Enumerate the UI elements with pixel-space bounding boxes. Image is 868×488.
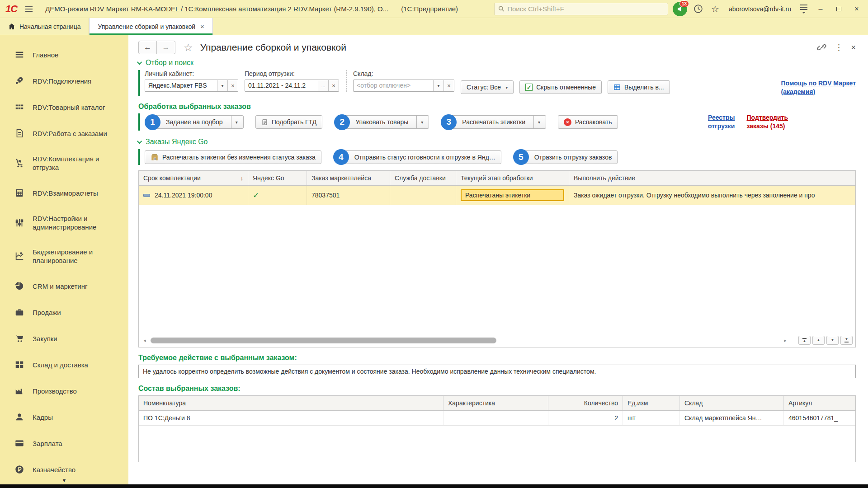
- sidebar-item-hr[interactable]: Кадры: [0, 404, 128, 430]
- tab-assembly-packing[interactable]: Управление сборкой и упаковкой ×: [89, 18, 212, 35]
- search-input[interactable]: [507, 5, 664, 13]
- scrollbar-track[interactable]: [151, 337, 779, 343]
- column-header-unit[interactable]: Ед.изм: [623, 396, 680, 410]
- tab-close-icon[interactable]: ×: [200, 23, 204, 30]
- shipping-period-field[interactable]: 01.11.2021 - 24.11.2 ... ×: [245, 80, 339, 92]
- column-header-deadline[interactable]: Срок комплектации ↓: [139, 171, 248, 185]
- reflect-shipment-button[interactable]: Отразить отгрузку заказов: [523, 150, 618, 164]
- column-header-nomenclature[interactable]: Номенклатура: [139, 396, 443, 410]
- column-header-yandex-go[interactable]: Яндекс Go: [248, 171, 307, 185]
- cabinet-dropdown-icon[interactable]: ▾: [217, 80, 227, 91]
- minimize-button[interactable]: –: [814, 3, 827, 15]
- sidebar-scroll-down-arrow[interactable]: ▼: [0, 478, 128, 483]
- tab-home-page[interactable]: Начальная страница: [0, 18, 89, 35]
- go-prev-row-button[interactable]: ▲: [812, 336, 825, 345]
- more-actions-button[interactable]: ⋮: [835, 42, 843, 52]
- status-filter-button[interactable]: Статус: Все ▾: [461, 80, 514, 94]
- sidebar-item-rdv-orders[interactable]: RDV:Работа с заказами: [0, 120, 128, 146]
- section-yandex-go[interactable]: Заказы Яндекс Go: [138, 138, 856, 146]
- global-search[interactable]: [494, 3, 668, 15]
- sidebar-item-rdv-picking-shipping[interactable]: RDV:Комплектация и отгрузка: [0, 146, 128, 180]
- sidebar-item-budgeting-planning[interactable]: Бюджетирование и планирование: [0, 239, 128, 273]
- section-filter-search[interactable]: Отбор и поиск: [138, 59, 856, 67]
- shipping-period-group: Период отгрузки: 01.11.2021 - 24.11.2 ..…: [245, 70, 339, 92]
- sidebar-item-warehouse-delivery[interactable]: Склад и доставка: [0, 352, 128, 378]
- service-menu-icon[interactable]: [798, 3, 809, 15]
- column-header-characteristic[interactable]: Характеристика: [443, 396, 548, 410]
- sidebar-item-crm-marketing[interactable]: CRM и маркетинг: [0, 273, 128, 299]
- favorite-star-icon[interactable]: ☆: [184, 42, 193, 54]
- sidebar-item-sales[interactable]: Продажи: [0, 299, 128, 325]
- picking-task-button[interactable]: Задание на подбор ▾: [155, 115, 244, 129]
- go-last-row-button[interactable]: ▼: [840, 336, 853, 345]
- get-link-button[interactable]: [817, 43, 826, 52]
- main-content: ← → ☆ Управление сборкой и упаковкой ⋮ ×…: [128, 35, 868, 488]
- column-header-action[interactable]: Выполнить действие: [569, 171, 855, 185]
- section-processing: Обработка выбранных заказов: [138, 103, 856, 111]
- scrollbar-thumb[interactable]: [151, 338, 496, 343]
- notifications-button[interactable]: 13: [673, 2, 687, 16]
- column-header-quantity[interactable]: Количество: [548, 396, 623, 410]
- pack-goods-button[interactable]: Упаковать товары ▾: [344, 115, 429, 129]
- personal-cabinet-field[interactable]: Яндекс.Маркет FBS ▾ ×: [145, 80, 238, 92]
- step-badge-3: 3: [441, 114, 457, 130]
- column-header-delivery-service[interactable]: Служба доставки: [390, 171, 456, 185]
- sidebar-item-rdv-settlements[interactable]: RDV:Взаиморасчеты: [0, 180, 128, 206]
- orders-table: Срок комплектации ↓ Яндекс Go Заказ марк…: [138, 170, 856, 347]
- favorites-button[interactable]: ☆: [709, 3, 722, 15]
- go-first-row-button[interactable]: ▲: [798, 336, 811, 345]
- unpack-button[interactable]: × Распаковать: [558, 115, 618, 129]
- search-icon: [498, 5, 505, 12]
- sidebar-item-rdv-settings-admin[interactable]: RDV:Настройки и администрирование: [0, 206, 128, 239]
- picking-task-dropdown-icon[interactable]: ▾: [231, 116, 238, 128]
- select-gtd-button[interactable]: Подобрать ГТД: [255, 115, 323, 129]
- select-in-button[interactable]: Выделить в...: [608, 80, 670, 94]
- close-window-button[interactable]: ×: [850, 3, 863, 15]
- sidebar-item-rdv-connections[interactable]: RDV:Подключения: [0, 68, 128, 94]
- tab-bar: Начальная страница Управление сборкой и …: [0, 18, 868, 35]
- step-badge-1: 1: [145, 114, 160, 130]
- column-header-article[interactable]: Артикул: [784, 396, 855, 410]
- scroll-right-icon[interactable]: ▸: [782, 338, 788, 343]
- confirm-orders-link[interactable]: Подтвердить заказы (145): [746, 113, 788, 131]
- close-form-button[interactable]: ×: [851, 43, 856, 52]
- period-picker-icon[interactable]: ...: [318, 80, 328, 91]
- warehouse-field[interactable]: <отбор отключен> ▾ ×: [353, 80, 454, 92]
- warehouse-dropdown-icon[interactable]: ▾: [433, 80, 443, 91]
- sliders-icon: [14, 218, 24, 228]
- column-header-warehouse[interactable]: Склад: [680, 396, 784, 410]
- print-labels-button[interactable]: Распечатать этикетки ▾: [451, 115, 546, 129]
- orders-table-header: Срок комплектации ↓ Яндекс Go Заказ марк…: [139, 171, 855, 186]
- print-labels-dropdown-icon[interactable]: ▾: [533, 116, 540, 128]
- cabinet-clear-icon[interactable]: ×: [227, 80, 238, 91]
- nav-forward-button[interactable]: →: [157, 41, 175, 54]
- sidebar-item-rdv-catalog[interactable]: RDV:Товарный каталог: [0, 94, 128, 120]
- person-icon: [14, 412, 24, 422]
- nav-back-button[interactable]: ←: [138, 41, 157, 54]
- period-clear-icon[interactable]: ×: [328, 80, 339, 91]
- send-ready-status-button[interactable]: Отправить статус готовности к отгрузке в…: [343, 150, 501, 164]
- warehouse-clear-icon[interactable]: ×: [443, 80, 454, 91]
- current-stage-cell[interactable]: Распечатаны этикетки: [461, 189, 564, 201]
- scroll-left-icon[interactable]: ◂: [142, 338, 148, 343]
- yandex-go-buttons-row: Распечатать этикетки без изменения стату…: [145, 149, 856, 165]
- main-menu-icon[interactable]: [24, 5, 34, 14]
- sidebar-item-main[interactable]: Главное: [0, 42, 128, 68]
- print-labels-no-status-button[interactable]: Распечатать этикетки без изменения стату…: [145, 150, 321, 164]
- pack-goods-dropdown-icon[interactable]: ▾: [416, 116, 423, 128]
- help-link[interactable]: Помощь по RDV Маркет (академия): [781, 70, 856, 96]
- shipping-registers-link[interactable]: Реестры отгрузки: [708, 113, 735, 131]
- maximize-button[interactable]: [832, 3, 845, 15]
- column-header-order-number[interactable]: Заказ маркетплейса: [307, 171, 390, 185]
- composition-row[interactable]: ПО 1С:Деньги 8 2 шт Склад маркетплейса Я…: [139, 411, 855, 426]
- column-header-current-stage[interactable]: Текущий этап обработки: [456, 171, 569, 185]
- calculator-icon: [14, 188, 24, 198]
- sidebar-item-purchasing[interactable]: Закупки: [0, 325, 128, 352]
- sidebar-item-production[interactable]: Производство: [0, 378, 128, 404]
- go-next-row-button[interactable]: ▼: [826, 336, 839, 345]
- order-row-selected[interactable]: 24.11.2021 19:00:00 ✓ 78037501 Распечата…: [139, 186, 855, 205]
- factory-icon: [14, 386, 24, 396]
- history-button[interactable]: [692, 3, 704, 15]
- sidebar-item-salary[interactable]: Зарплата: [0, 430, 128, 456]
- hide-cancelled-toggle[interactable]: ✓ Скрыть отмененные: [519, 80, 602, 94]
